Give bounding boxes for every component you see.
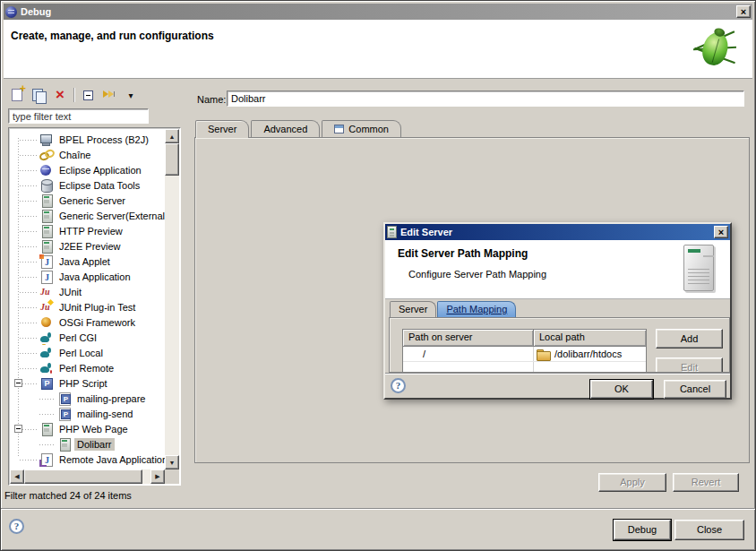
scroll-right-icon[interactable]: ▶ xyxy=(150,469,165,484)
tree-vertical-scrollbar[interactable]: ▲ ▼ xyxy=(165,129,179,469)
revert-button[interactable]: Revert xyxy=(673,473,739,492)
tree-item[interactable]: Eclipse Application xyxy=(10,162,165,177)
tree-item[interactable]: mailing-send xyxy=(10,406,165,421)
name-label: Name: xyxy=(197,94,226,105)
local-path-text: /dolibarr/htdocs xyxy=(554,349,622,359)
table-row[interactable]: //dolibarr/htdocs xyxy=(403,347,646,362)
new-configuration-button[interactable] xyxy=(6,86,28,104)
tree-guide xyxy=(13,330,39,345)
duplicate-configuration-button[interactable] xyxy=(28,86,49,104)
horizontal-scroll-thumb[interactable] xyxy=(24,469,142,484)
tree-guide xyxy=(13,436,57,452)
rjava-icon xyxy=(39,452,54,467)
scroll-down-icon[interactable]: ▼ xyxy=(165,455,179,469)
tree-item[interactable]: Remote Java Application xyxy=(10,452,165,467)
ok-button[interactable]: OK xyxy=(590,380,653,399)
osgi-icon xyxy=(39,315,54,330)
phpweb-icon xyxy=(39,422,54,436)
server-icon xyxy=(39,224,54,238)
edit-server-banner: Edit Server Path Mapping Configure Serve… xyxy=(385,240,730,299)
scroll-up-icon[interactable]: ▲ xyxy=(165,129,179,143)
delete-configuration-button[interactable] xyxy=(49,86,71,104)
edit-mapping-button[interactable]: Edit xyxy=(656,357,723,373)
tree-guide xyxy=(13,406,57,421)
cancel-button[interactable]: Cancel xyxy=(664,380,726,399)
edit-server-dialog: Edit Server × Edit Server Path Mapping C… xyxy=(383,222,732,400)
tree-item[interactable]: mailing-prepare xyxy=(10,391,165,406)
edit-server-close-icon[interactable]: × xyxy=(714,226,728,238)
tree-guide xyxy=(13,299,39,314)
scroll-left-icon[interactable]: ◀ xyxy=(10,469,24,484)
tree-item[interactable]: JUnit xyxy=(10,284,165,299)
help-icon[interactable] xyxy=(9,519,24,534)
tree-item[interactable]: Perl Remote xyxy=(10,360,165,375)
tab-common-label: Common xyxy=(348,124,389,134)
db-icon xyxy=(39,178,54,193)
collapse-all-button[interactable] xyxy=(77,86,99,104)
edit-server-tab-bar: Server Path Mapping xyxy=(390,301,517,317)
tree-item[interactable]: Dolibarr xyxy=(10,436,165,452)
tree-item[interactable]: OSGi Framework xyxy=(10,314,165,330)
path-mapping-pane: Path on server Local path //dolibarr/htd… xyxy=(389,317,730,373)
tree-item-label: Eclipse Application xyxy=(56,164,144,176)
tree-item[interactable]: Java Applet xyxy=(10,254,165,269)
tree-item-label: JUnit Plug-in Test xyxy=(56,301,138,314)
tree-item[interactable]: Generic Server xyxy=(10,193,165,208)
junit-icon xyxy=(39,285,54,299)
tree-item[interactable]: Generic Server(External La xyxy=(10,208,165,223)
toolbar-menu-button[interactable] xyxy=(120,86,142,104)
tree-item[interactable]: PHP Script xyxy=(10,375,165,391)
tab-edit-server-server[interactable]: Server xyxy=(390,301,436,317)
filter-status-text: Filter matched 24 of 24 items xyxy=(4,490,132,501)
path-on-server-header[interactable]: Path on server xyxy=(403,330,534,347)
tree-item[interactable]: HTTP Preview xyxy=(10,223,165,238)
tree-item[interactable]: Perl CGI xyxy=(10,330,165,345)
tree-expander-minus-icon[interactable] xyxy=(14,425,22,433)
tree-guide xyxy=(13,223,39,238)
server-icon xyxy=(39,194,54,208)
tree-horizontal-scrollbar[interactable]: ◀ ▶ xyxy=(10,469,165,484)
window-close-icon[interactable]: × xyxy=(736,5,751,18)
filter-button[interactable] xyxy=(99,86,120,104)
tree-expander-minus-icon[interactable] xyxy=(14,379,22,387)
edit-server-heading: Edit Server Path Mapping xyxy=(398,247,528,260)
tree-item[interactable]: JUnit Plug-in Test xyxy=(10,299,165,314)
vertical-scroll-thumb[interactable] xyxy=(165,143,179,176)
tab-path-mapping[interactable]: Path Mapping xyxy=(437,301,516,317)
tree-item[interactable]: Perl Local xyxy=(10,345,165,360)
local-path-header[interactable]: Local path xyxy=(534,330,646,347)
tree-item[interactable]: Eclipse Data Tools xyxy=(10,177,165,193)
apply-button[interactable]: Apply xyxy=(598,473,666,492)
debug-button[interactable]: Debug xyxy=(614,520,671,540)
tree-item-label: J2EE Preview xyxy=(56,240,123,253)
chevron-down-icon xyxy=(128,90,133,100)
dialog-help-icon[interactable] xyxy=(391,378,406,393)
tree-item-label: Chaîne xyxy=(56,149,93,161)
path-mapping-table: Path on server Local path //dolibarr/htd… xyxy=(402,329,647,373)
tree-item[interactable]: J2EE Preview xyxy=(10,238,165,254)
table-row-empty xyxy=(403,362,646,373)
tree-guide xyxy=(13,269,39,284)
name-input[interactable] xyxy=(227,90,744,107)
tree-guide xyxy=(13,360,39,375)
camel-icon xyxy=(39,346,54,360)
tree-guide xyxy=(13,421,39,436)
close-button[interactable]: Close xyxy=(674,520,744,540)
tab-server[interactable]: Server xyxy=(195,120,249,138)
tree-item[interactable]: Chaîne xyxy=(10,147,165,162)
tab-advanced[interactable]: Advanced xyxy=(251,120,320,137)
tree-guide xyxy=(13,238,39,254)
tree-item-label: BPEL Process (B2J) xyxy=(56,133,151,146)
phpweb-icon xyxy=(57,437,72,452)
tree-item[interactable]: PHP Web Page xyxy=(10,421,165,436)
edit-server-titlebar[interactable]: Edit Server × xyxy=(385,224,730,240)
tree-item[interactable]: BPEL Process (B2J) xyxy=(10,132,165,147)
tree-item-label: Eclipse Data Tools xyxy=(56,179,142,192)
tree-item[interactable]: Java Application xyxy=(10,269,165,284)
add-mapping-button[interactable]: Add xyxy=(656,329,723,349)
window-titlebar[interactable]: Debug × xyxy=(4,4,752,20)
filter-input[interactable] xyxy=(8,108,149,124)
chain-icon xyxy=(39,148,54,162)
table-header-row: Path on server Local path xyxy=(403,330,646,347)
tab-common[interactable]: Common xyxy=(322,120,401,137)
